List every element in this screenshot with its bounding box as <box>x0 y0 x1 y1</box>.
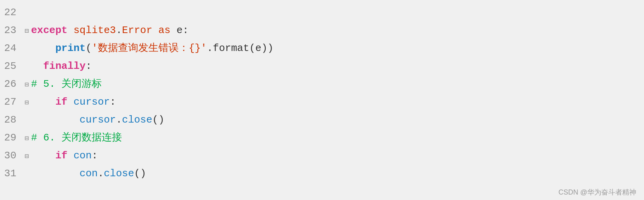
code-token: format <box>213 42 249 54</box>
code-content: con.close() <box>31 165 644 182</box>
code-token: con <box>68 150 92 161</box>
code-token: Error <box>122 25 152 36</box>
code-content: except sqlite3.Error as e: <box>31 22 644 39</box>
code-token: close <box>104 168 134 179</box>
table-row: 22 <box>0 4 644 22</box>
code-token: . <box>116 114 122 126</box>
code-content: print('数据查询发生错误：{}'.format(e)) <box>31 40 644 57</box>
table-row: 24 print('数据查询发生错误：{}'.format(e)) <box>0 40 644 58</box>
table-row: 26⊟# 5. 关闭游标 <box>0 75 644 93</box>
table-row: 28 cursor.close() <box>0 111 644 129</box>
fold-icon[interactable]: ⊟ <box>23 151 30 163</box>
code-token: as <box>152 25 176 36</box>
fold-icon[interactable]: ⊟ <box>23 97 30 109</box>
code-token: : <box>110 96 116 108</box>
line-number: 26 <box>0 75 23 93</box>
code-token: print <box>55 42 85 54</box>
code-token: : <box>92 150 98 161</box>
code-token <box>31 168 80 179</box>
table-row: 25 finally: <box>0 58 644 75</box>
line-number: 27 <box>0 93 23 111</box>
line-number: 31 <box>0 165 23 182</box>
line-number: 23 <box>0 22 23 39</box>
code-token: cursor <box>80 114 116 126</box>
code-token: () <box>152 114 164 126</box>
code-token: # 6. 关闭数据连接 <box>31 132 122 144</box>
code-content: if con: <box>31 147 644 164</box>
code-token: : <box>183 25 189 36</box>
code-content: # 6. 关闭数据连接 <box>31 129 644 146</box>
table-row: 30⊟ if con: <box>0 147 644 165</box>
code-token: . <box>98 168 104 179</box>
fold-icon[interactable]: ⊟ <box>23 25 30 37</box>
table-row: 23⊟except sqlite3.Error as e: <box>0 22 644 40</box>
code-token <box>31 96 55 108</box>
code-token: : <box>85 60 92 72</box>
fold-icon[interactable]: ⊟ <box>23 79 30 91</box>
code-token: # 5. 关闭游标 <box>31 78 102 90</box>
code-token: () <box>134 168 146 179</box>
line-number: 22 <box>0 4 23 21</box>
code-token <box>31 60 43 72</box>
line-number: 25 <box>0 58 23 75</box>
code-token: except <box>31 25 73 36</box>
code-token: con <box>80 168 98 179</box>
line-number: 30 <box>0 147 23 164</box>
code-content: # 5. 关闭游标 <box>31 75 644 93</box>
code-token <box>31 150 55 161</box>
code-token: cursor <box>68 96 110 108</box>
table-row: 27⊟ if cursor: <box>0 93 644 111</box>
code-token: if <box>55 150 67 161</box>
code-content: finally: <box>31 58 644 75</box>
code-content: if cursor: <box>31 93 644 111</box>
code-token: ( <box>85 42 92 54</box>
line-number: 28 <box>0 111 23 128</box>
table-row: 31 con.close() <box>0 165 644 183</box>
code-content: cursor.close() <box>31 111 644 128</box>
line-number: 29 <box>0 129 23 146</box>
code-token: ( <box>249 42 256 54</box>
code-token: . <box>116 25 122 36</box>
code-token <box>31 114 80 126</box>
code-token: e <box>255 42 261 54</box>
code-token: close <box>122 114 152 126</box>
watermark: CSDN @华为奋斗者精神 <box>559 188 636 197</box>
code-token: . <box>207 42 213 54</box>
code-token: sqlite3 <box>73 25 116 36</box>
line-number: 24 <box>0 40 23 57</box>
fold-icon[interactable]: ⊟ <box>23 133 30 145</box>
code-token: if <box>55 96 67 108</box>
table-row: 29⊟# 6. 关闭数据连接 <box>0 129 644 147</box>
code-editor: 2223⊟except sqlite3.Error as e:24 print(… <box>0 0 644 200</box>
code-token: finally <box>43 60 85 72</box>
code-token: )) <box>261 42 273 54</box>
code-token: e <box>176 25 183 36</box>
code-token: '数据查询发生错误：{}' <box>92 42 207 54</box>
code-token <box>31 42 55 54</box>
